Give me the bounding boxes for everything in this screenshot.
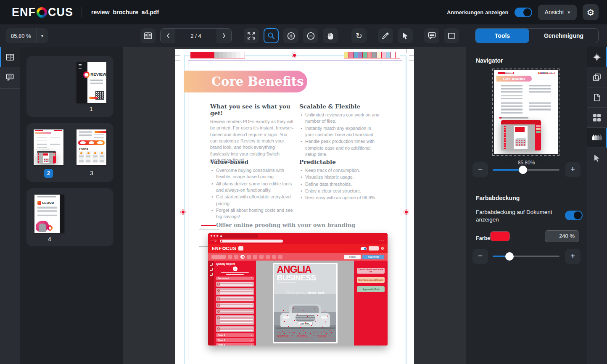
- rotate-button[interactable]: ↻: [351, 28, 367, 43]
- tab-tools[interactable]: Tools: [475, 29, 529, 43]
- tab-compare-pages[interactable]: [587, 67, 607, 87]
- eyedropper-button[interactable]: [378, 28, 393, 43]
- tab-page-thumbnails[interactable]: [0, 47, 20, 67]
- zoom-level-combo[interactable]: 85,80 % ▾: [6, 28, 48, 43]
- copy-pages-icon: [593, 73, 601, 82]
- zoom-level-value: 85,80 %: [6, 33, 36, 39]
- tab-ink-coverage[interactable]: [587, 128, 607, 148]
- zoom-in-button[interactable]: [283, 28, 298, 43]
- tab-navigator[interactable]: [587, 47, 607, 67]
- left-strip-divider: [0, 88, 20, 89]
- page-3-art: Plans: [77, 129, 106, 165]
- color-label: Farbe: [476, 235, 490, 241]
- page-2-art: [34, 129, 63, 165]
- browser-nav-arrows: ‹›↻: [211, 239, 218, 243]
- coverage-color-swatch[interactable]: [490, 231, 510, 241]
- fit-to-screen-button[interactable]: [244, 28, 259, 43]
- navigator-zoom-out-button[interactable]: −: [472, 162, 488, 177]
- comment-button[interactable]: [424, 28, 439, 43]
- coverage-slider[interactable]: [493, 256, 559, 257]
- car-illustration: 222 MBC: [280, 304, 330, 327]
- document-filename: review_brochure_a4.pdf: [91, 9, 159, 16]
- view-dropdown-button[interactable]: Ansicht ▾: [538, 5, 577, 20]
- embedded-browser-chrome: ‹›↻ ▫▫▫: [208, 233, 388, 244]
- navigator-zoom-slider[interactable]: [493, 169, 559, 171]
- coverage-toggle-label: Farbabdeckung auf Dokument anzeigen: [476, 208, 560, 223]
- page-4-art: CLOUD: [34, 195, 64, 233]
- chevron-down-icon: ▾: [567, 10, 570, 15]
- panel-divider: [466, 186, 587, 186]
- page-title-banner: Core Benefits: [184, 71, 307, 92]
- right-panel: Navigator Core Benefits: [466, 47, 587, 364]
- embedded-gear-icon: ⚙: [381, 246, 384, 251]
- pages-icon: [6, 53, 14, 61]
- thumbnail-card-spread-3: CLOUD 4: [26, 188, 113, 246]
- settings-button[interactable]: ⚙: [583, 4, 599, 20]
- license-plate: 222 MBC: [298, 322, 312, 325]
- screenshot-caption: Offer online proofing with your own bran…: [216, 222, 355, 228]
- page-3-thumbnail[interactable]: Plans: [77, 129, 106, 165]
- coverage-slider-row: − +: [466, 249, 587, 264]
- grid-icon: [593, 113, 601, 122]
- navigator-title: Navigator: [476, 57, 503, 64]
- eyedropper-icon: [382, 32, 389, 40]
- tab-separations[interactable]: [587, 108, 607, 128]
- frame-tool-button[interactable]: [444, 28, 459, 43]
- tab-inspect[interactable]: [587, 148, 607, 168]
- ink-drops-icon: [591, 134, 602, 142]
- registration-mark-left: [180, 209, 186, 215]
- pan-tool-button[interactable]: [323, 28, 338, 43]
- tab-single-page[interactable]: [587, 87, 607, 108]
- reader-spread-button[interactable]: [140, 28, 156, 43]
- next-page-button[interactable]: [216, 28, 231, 43]
- navigator-page-art: Core Benefits: [494, 70, 558, 154]
- page-4-thumbnail[interactable]: CLOUD: [34, 195, 64, 233]
- document-canvas[interactable]: Core Benefits What you see is what you g…: [123, 47, 466, 364]
- cover-footer-columns: INTERVIEW TRAINING FUNDING: [277, 335, 334, 341]
- thumbnail-panel: REVIEW 1: [20, 47, 123, 364]
- annotations-toggle[interactable]: [515, 8, 532, 17]
- coverage-slider-knob[interactable]: [505, 252, 514, 261]
- topbar-divider: [82, 7, 82, 18]
- embedded-quality-report: Quality Report ! Document⌃: [214, 261, 256, 346]
- coverage-threshold-input[interactable]: 240 %: [545, 230, 579, 242]
- zoom-tool-button[interactable]: [264, 28, 279, 43]
- coverage-decrease-button[interactable]: −: [472, 249, 488, 264]
- zoom-out-button[interactable]: [303, 28, 318, 43]
- navigator-zoom-in-button[interactable]: +: [565, 162, 581, 177]
- section-predictable: Predictable Keep track of consumption. V…: [299, 158, 379, 202]
- coverage-increase-button[interactable]: +: [565, 249, 581, 264]
- embedded-active-zoom-tool: [240, 255, 245, 259]
- select-tool-button[interactable]: [398, 28, 413, 43]
- page-2-label-active[interactable]: 2: [44, 169, 53, 178]
- coverage-toggle[interactable]: [565, 211, 583, 220]
- navigator-thumbnail[interactable]: Core Benefits: [494, 70, 558, 154]
- embedded-brand-logo: ENFCUS: [212, 246, 236, 251]
- thumbnail-card-spread-2: Plans 2 3: [26, 123, 113, 182]
- app-root: ENF CUS review_brochure_a4.pdf Anmerkung…: [0, 0, 607, 364]
- embedded-app-bar: ENFCUS ⚙: [208, 244, 388, 253]
- tab-comments[interactable]: [0, 67, 20, 87]
- page-1-thumbnail[interactable]: REVIEW: [77, 62, 106, 103]
- page-2-thumbnail[interactable]: [34, 129, 63, 165]
- chevron-right-icon: [222, 33, 226, 39]
- previous-page-button[interactable]: [161, 28, 175, 43]
- cloud-logo: CLOUD: [37, 201, 54, 205]
- hand-icon: [327, 32, 334, 40]
- pdf-page: Core Benefits What you see is what you g…: [175, 49, 414, 364]
- rectangle-icon: [448, 32, 456, 39]
- tab-approval[interactable]: Genehmigung: [529, 29, 598, 43]
- registration-mark-right: [404, 209, 409, 215]
- embedded-toolbar: Tools Approval: [208, 253, 388, 261]
- gear-icon: ⚙: [587, 8, 595, 17]
- left-tab-strip: [0, 47, 20, 364]
- brand-text-pre: ENF: [12, 6, 36, 19]
- navigator-zoom-knob[interactable]: [519, 166, 527, 174]
- cursor-icon: [402, 32, 409, 40]
- coverage-title: Farbabdeckung: [476, 195, 520, 201]
- top-bar: ENF CUS review_brochure_a4.pdf Anmerkung…: [0, 0, 607, 24]
- page-1-label: 1: [86, 106, 96, 112]
- embedded-screenshot: ‹›↻ ▫▫▫ ENFCUS ⚙: [208, 233, 388, 346]
- embedded-left-tabs: [208, 261, 214, 346]
- browser-tab: [219, 234, 258, 238]
